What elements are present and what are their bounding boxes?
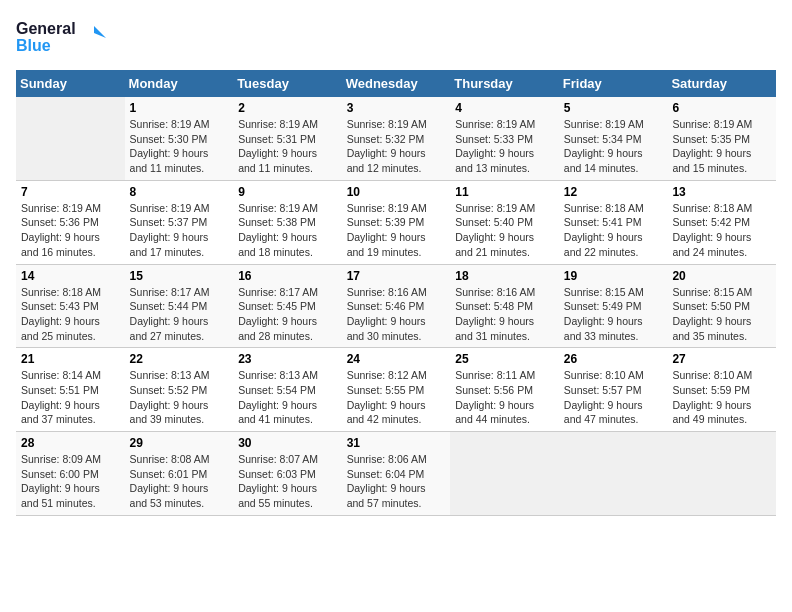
day-info: Sunrise: 8:19 AM Sunset: 5:30 PM Dayligh… xyxy=(130,117,229,176)
calendar-cell xyxy=(667,432,776,516)
calendar-week-row: 14Sunrise: 8:18 AM Sunset: 5:43 PM Dayli… xyxy=(16,264,776,348)
day-info: Sunrise: 8:09 AM Sunset: 6:00 PM Dayligh… xyxy=(21,452,120,511)
calendar-cell: 22Sunrise: 8:13 AM Sunset: 5:52 PM Dayli… xyxy=(125,348,234,432)
day-number: 6 xyxy=(672,101,771,115)
day-number: 14 xyxy=(21,269,120,283)
day-number: 24 xyxy=(347,352,446,366)
day-info: Sunrise: 8:08 AM Sunset: 6:01 PM Dayligh… xyxy=(130,452,229,511)
day-number: 29 xyxy=(130,436,229,450)
day-info: Sunrise: 8:12 AM Sunset: 5:55 PM Dayligh… xyxy=(347,368,446,427)
calendar-cell: 3Sunrise: 8:19 AM Sunset: 5:32 PM Daylig… xyxy=(342,97,451,180)
day-number: 19 xyxy=(564,269,663,283)
svg-text:General: General xyxy=(16,20,76,37)
day-info: Sunrise: 8:07 AM Sunset: 6:03 PM Dayligh… xyxy=(238,452,337,511)
calendar-cell xyxy=(16,97,125,180)
day-info: Sunrise: 8:15 AM Sunset: 5:50 PM Dayligh… xyxy=(672,285,771,344)
day-info: Sunrise: 8:16 AM Sunset: 5:46 PM Dayligh… xyxy=(347,285,446,344)
calendar-cell: 30Sunrise: 8:07 AM Sunset: 6:03 PM Dayli… xyxy=(233,432,342,516)
day-number: 9 xyxy=(238,185,337,199)
day-number: 10 xyxy=(347,185,446,199)
day-info: Sunrise: 8:19 AM Sunset: 5:38 PM Dayligh… xyxy=(238,201,337,260)
day-info: Sunrise: 8:15 AM Sunset: 5:49 PM Dayligh… xyxy=(564,285,663,344)
calendar-cell: 28Sunrise: 8:09 AM Sunset: 6:00 PM Dayli… xyxy=(16,432,125,516)
day-info: Sunrise: 8:19 AM Sunset: 5:33 PM Dayligh… xyxy=(455,117,554,176)
calendar-cell: 8Sunrise: 8:19 AM Sunset: 5:37 PM Daylig… xyxy=(125,180,234,264)
day-number: 28 xyxy=(21,436,120,450)
calendar-cell: 6Sunrise: 8:19 AM Sunset: 5:35 PM Daylig… xyxy=(667,97,776,180)
day-number: 1 xyxy=(130,101,229,115)
calendar-cell: 17Sunrise: 8:16 AM Sunset: 5:46 PM Dayli… xyxy=(342,264,451,348)
day-info: Sunrise: 8:18 AM Sunset: 5:41 PM Dayligh… xyxy=(564,201,663,260)
logo: General Blue xyxy=(16,16,106,58)
day-info: Sunrise: 8:19 AM Sunset: 5:40 PM Dayligh… xyxy=(455,201,554,260)
calendar-cell: 1Sunrise: 8:19 AM Sunset: 5:30 PM Daylig… xyxy=(125,97,234,180)
day-info: Sunrise: 8:17 AM Sunset: 5:45 PM Dayligh… xyxy=(238,285,337,344)
day-info: Sunrise: 8:19 AM Sunset: 5:32 PM Dayligh… xyxy=(347,117,446,176)
calendar-week-row: 28Sunrise: 8:09 AM Sunset: 6:00 PM Dayli… xyxy=(16,432,776,516)
calendar-cell: 18Sunrise: 8:16 AM Sunset: 5:48 PM Dayli… xyxy=(450,264,559,348)
day-info: Sunrise: 8:16 AM Sunset: 5:48 PM Dayligh… xyxy=(455,285,554,344)
day-number: 17 xyxy=(347,269,446,283)
day-number: 20 xyxy=(672,269,771,283)
calendar-cell: 19Sunrise: 8:15 AM Sunset: 5:49 PM Dayli… xyxy=(559,264,668,348)
page-header: General Blue xyxy=(16,16,776,58)
day-info: Sunrise: 8:18 AM Sunset: 5:43 PM Dayligh… xyxy=(21,285,120,344)
day-number: 26 xyxy=(564,352,663,366)
day-number: 25 xyxy=(455,352,554,366)
day-info: Sunrise: 8:11 AM Sunset: 5:56 PM Dayligh… xyxy=(455,368,554,427)
day-number: 11 xyxy=(455,185,554,199)
weekday-header-sunday: Sunday xyxy=(16,70,125,97)
day-info: Sunrise: 8:19 AM Sunset: 5:39 PM Dayligh… xyxy=(347,201,446,260)
svg-text:Blue: Blue xyxy=(16,37,51,54)
calendar-cell: 20Sunrise: 8:15 AM Sunset: 5:50 PM Dayli… xyxy=(667,264,776,348)
calendar-cell: 29Sunrise: 8:08 AM Sunset: 6:01 PM Dayli… xyxy=(125,432,234,516)
calendar-cell: 31Sunrise: 8:06 AM Sunset: 6:04 PM Dayli… xyxy=(342,432,451,516)
day-number: 27 xyxy=(672,352,771,366)
calendar-cell: 10Sunrise: 8:19 AM Sunset: 5:39 PM Dayli… xyxy=(342,180,451,264)
weekday-header-wednesday: Wednesday xyxy=(342,70,451,97)
calendar-cell: 15Sunrise: 8:17 AM Sunset: 5:44 PM Dayli… xyxy=(125,264,234,348)
calendar-cell: 12Sunrise: 8:18 AM Sunset: 5:41 PM Dayli… xyxy=(559,180,668,264)
weekday-header-saturday: Saturday xyxy=(667,70,776,97)
calendar-cell xyxy=(450,432,559,516)
calendar-cell: 23Sunrise: 8:13 AM Sunset: 5:54 PM Dayli… xyxy=(233,348,342,432)
calendar-week-row: 7Sunrise: 8:19 AM Sunset: 5:36 PM Daylig… xyxy=(16,180,776,264)
day-info: Sunrise: 8:13 AM Sunset: 5:52 PM Dayligh… xyxy=(130,368,229,427)
day-number: 2 xyxy=(238,101,337,115)
calendar-cell: 2Sunrise: 8:19 AM Sunset: 5:31 PM Daylig… xyxy=(233,97,342,180)
day-number: 5 xyxy=(564,101,663,115)
calendar-cell: 7Sunrise: 8:19 AM Sunset: 5:36 PM Daylig… xyxy=(16,180,125,264)
calendar-cell: 5Sunrise: 8:19 AM Sunset: 5:34 PM Daylig… xyxy=(559,97,668,180)
day-number: 15 xyxy=(130,269,229,283)
calendar-cell: 25Sunrise: 8:11 AM Sunset: 5:56 PM Dayli… xyxy=(450,348,559,432)
calendar-cell: 11Sunrise: 8:19 AM Sunset: 5:40 PM Dayli… xyxy=(450,180,559,264)
svg-marker-2 xyxy=(94,26,106,38)
day-info: Sunrise: 8:19 AM Sunset: 5:37 PM Dayligh… xyxy=(130,201,229,260)
day-number: 18 xyxy=(455,269,554,283)
day-number: 30 xyxy=(238,436,337,450)
day-info: Sunrise: 8:17 AM Sunset: 5:44 PM Dayligh… xyxy=(130,285,229,344)
day-number: 4 xyxy=(455,101,554,115)
day-number: 31 xyxy=(347,436,446,450)
calendar-cell: 16Sunrise: 8:17 AM Sunset: 5:45 PM Dayli… xyxy=(233,264,342,348)
day-number: 21 xyxy=(21,352,120,366)
calendar-cell: 21Sunrise: 8:14 AM Sunset: 5:51 PM Dayli… xyxy=(16,348,125,432)
calendar-header: SundayMondayTuesdayWednesdayThursdayFrid… xyxy=(16,70,776,97)
calendar-cell: 27Sunrise: 8:10 AM Sunset: 5:59 PM Dayli… xyxy=(667,348,776,432)
weekday-header-thursday: Thursday xyxy=(450,70,559,97)
day-info: Sunrise: 8:19 AM Sunset: 5:36 PM Dayligh… xyxy=(21,201,120,260)
day-number: 3 xyxy=(347,101,446,115)
day-number: 23 xyxy=(238,352,337,366)
logo-svg: General Blue xyxy=(16,16,106,58)
day-info: Sunrise: 8:13 AM Sunset: 5:54 PM Dayligh… xyxy=(238,368,337,427)
calendar-cell: 26Sunrise: 8:10 AM Sunset: 5:57 PM Dayli… xyxy=(559,348,668,432)
calendar-cell: 24Sunrise: 8:12 AM Sunset: 5:55 PM Dayli… xyxy=(342,348,451,432)
day-info: Sunrise: 8:19 AM Sunset: 5:35 PM Dayligh… xyxy=(672,117,771,176)
calendar-week-row: 21Sunrise: 8:14 AM Sunset: 5:51 PM Dayli… xyxy=(16,348,776,432)
day-info: Sunrise: 8:06 AM Sunset: 6:04 PM Dayligh… xyxy=(347,452,446,511)
calendar-table: SundayMondayTuesdayWednesdayThursdayFrid… xyxy=(16,70,776,516)
calendar-cell: 13Sunrise: 8:18 AM Sunset: 5:42 PM Dayli… xyxy=(667,180,776,264)
calendar-week-row: 1Sunrise: 8:19 AM Sunset: 5:30 PM Daylig… xyxy=(16,97,776,180)
calendar-cell: 14Sunrise: 8:18 AM Sunset: 5:43 PM Dayli… xyxy=(16,264,125,348)
calendar-cell: 9Sunrise: 8:19 AM Sunset: 5:38 PM Daylig… xyxy=(233,180,342,264)
